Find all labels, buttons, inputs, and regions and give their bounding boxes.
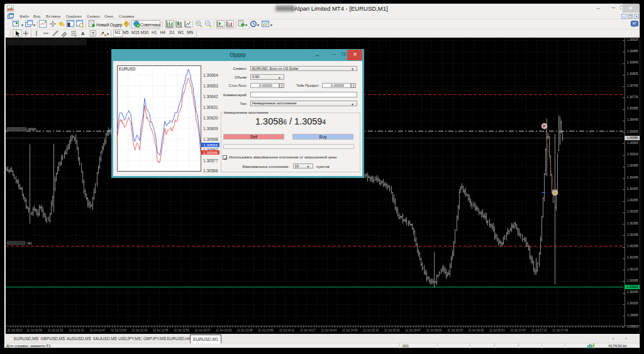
svg-text:T: T [92, 31, 95, 36]
